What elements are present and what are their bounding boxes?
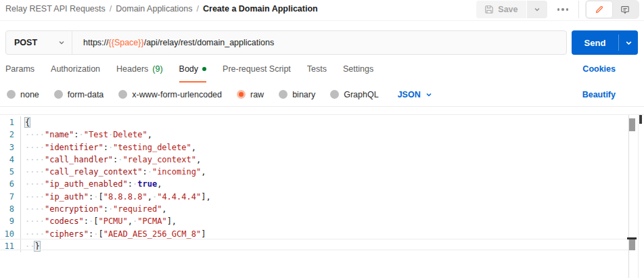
- code-token-key: "call_handler": [45, 155, 113, 164]
- radio-none: [7, 90, 16, 99]
- beautify-link[interactable]: Beautify: [582, 90, 616, 99]
- code-line: 3····"identifier":·"testing_delete",: [0, 141, 644, 154]
- send-options-button[interactable]: [619, 30, 638, 55]
- whitespace-dot: ·: [93, 229, 98, 239]
- line-number: 3: [0, 141, 21, 154]
- body-mode-x-www-form-urlencoded[interactable]: x-www-form-urlencoded: [118, 90, 222, 99]
- body-mode-binary[interactable]: binary: [279, 90, 315, 99]
- chevron-down-icon: [534, 6, 540, 13]
- code-token-ws: ····: [25, 192, 45, 202]
- body-mode-label: GraphQL: [344, 90, 378, 99]
- whitespace-dot: ·: [34, 130, 39, 139]
- method-select[interactable]: POST: [6, 38, 72, 47]
- request-tabs: ParamsAuthorizationHeaders(9)BodyPre-req…: [0, 55, 644, 83]
- code-token-pun: ,: [147, 130, 152, 139]
- line-number: 7: [0, 191, 21, 203]
- code-token-pun: ],: [167, 216, 177, 226]
- code-token-pun: ,: [196, 155, 201, 164]
- send-button[interactable]: Send: [572, 30, 618, 55]
- code-token-pun: ,: [191, 143, 196, 152]
- tab-settings[interactable]: Settings: [343, 55, 373, 83]
- whitespace-dot: ·: [79, 130, 84, 139]
- tab-pre-request-script[interactable]: Pre-request Script: [223, 55, 291, 83]
- code-token-str: "incoming": [152, 167, 201, 177]
- body-mode-none[interactable]: none: [7, 90, 39, 99]
- comments-button[interactable]: [612, 1, 638, 18]
- more-options-icon[interactable]: [553, 8, 573, 11]
- save-button-group: Save: [476, 1, 547, 18]
- line-number: 11: [0, 240, 21, 252]
- code-token-key: "codecs": [45, 216, 84, 226]
- code-token-str: "4.4.4.4": [157, 192, 201, 202]
- url-input[interactable]: https://{{Space}}/api/relay/rest/domain_…: [72, 38, 274, 47]
- radio-graphql: [330, 90, 339, 99]
- save-button[interactable]: Save: [476, 1, 526, 18]
- tab-label: Body: [179, 64, 199, 74]
- code-line: 8····"encryption":·"required",: [0, 203, 644, 215]
- code-token-str: "PCMA": [137, 216, 166, 226]
- breadcrumb-item[interactable]: Domain Applications: [116, 4, 192, 14]
- tab-label: Settings: [343, 64, 373, 74]
- tab-body[interactable]: Body: [179, 55, 207, 83]
- body-mode-raw[interactable]: raw: [237, 90, 264, 99]
- comment-icon: [620, 5, 630, 14]
- code-token-ws: ····: [25, 167, 45, 177]
- code-token-key: "ip_auth": [45, 192, 89, 202]
- radio-x-www-form-urlencoded: [118, 90, 127, 99]
- tab-label: Pre-request Script: [223, 64, 291, 74]
- code-line: 4····"call_handler":·"relay_context",: [0, 154, 644, 166]
- whitespace-dot: ·: [40, 167, 45, 177]
- code-token-ws: ····: [25, 155, 45, 164]
- tab-label: Tests: [307, 64, 327, 74]
- whitespace-dot: ·: [40, 130, 45, 139]
- send-button-group: Send: [572, 30, 638, 55]
- code-token-ws: ····: [25, 204, 45, 214]
- whitespace-dot: ·: [40, 204, 45, 214]
- code-token-key: "ip_auth_enabled": [45, 179, 128, 189]
- cookies-link[interactable]: Cookies: [582, 64, 616, 74]
- code-token-brkt: {: [25, 118, 30, 127]
- code-token-pun: :·: [113, 155, 122, 164]
- code-token-ws: ····: [25, 130, 45, 139]
- chevron-down-icon: [625, 39, 632, 47]
- line-number: 5: [0, 166, 21, 178]
- editor-hscrollbar-thumb[interactable]: [629, 239, 635, 250]
- code-token-pun: :·: [104, 204, 113, 214]
- whitespace-dot: ·: [40, 229, 45, 239]
- tab-params[interactable]: Params: [5, 55, 34, 83]
- tab-authorization[interactable]: Authorization: [51, 55, 100, 83]
- breadcrumb-item[interactable]: Relay REST API Requests: [5, 4, 106, 14]
- save-options-button[interactable]: [527, 1, 547, 18]
- whitespace-dot: ·: [34, 229, 39, 239]
- body-mode-graphql[interactable]: GraphQL: [330, 90, 378, 99]
- editor-hscrollbar-bottom-border: [0, 250, 628, 250]
- line-number: 1: [0, 116, 21, 129]
- editor-vscrollbar-thumb[interactable]: [629, 118, 635, 131]
- body-mode-form-data[interactable]: form-data: [54, 90, 104, 99]
- code-line-content: ··}: [21, 240, 40, 252]
- code-token-ws: ····: [25, 179, 45, 189]
- code-line-content: ····"call_relay_context":·"incoming",: [21, 166, 206, 178]
- tab-label: Authorization: [51, 64, 100, 74]
- page-scrollbar-thumb[interactable]: [639, 115, 642, 124]
- send-button-label: Send: [584, 38, 606, 48]
- code-line-content: {: [21, 116, 30, 129]
- code-token-pun: ,·: [128, 216, 137, 226]
- edit-mode-button[interactable]: [586, 1, 612, 18]
- code-token-pun: ],: [201, 192, 210, 202]
- header-divider: [578, 1, 579, 18]
- code-line-content: ····"ip_auth":·["8.8.8.8",·"4.4.4.4"],: [21, 191, 211, 203]
- line-number: 8: [0, 203, 21, 215]
- code-line-content: ····"identifier":·"testing_delete",: [21, 141, 196, 154]
- editor-scrollbar-track: [628, 115, 629, 278]
- chevron-down-icon: [58, 39, 65, 46]
- code-area[interactable]: 1{2····"name":·"Test·Delete",3····"ident…: [0, 115, 644, 252]
- tab-headers[interactable]: Headers(9): [116, 55, 163, 83]
- code-line: 7····"ip_auth":·["8.8.8.8",·"4.4.4.4"],: [0, 191, 644, 203]
- whitespace-dot: ·: [93, 192, 98, 202]
- code-line-content: ····"ip_auth_enabled":·true,: [21, 178, 162, 190]
- breadcrumb-separator: /: [197, 4, 199, 14]
- language-select[interactable]: JSON: [398, 90, 432, 99]
- whitespace-dot: ·: [89, 216, 93, 226]
- tab-tests[interactable]: Tests: [307, 55, 327, 83]
